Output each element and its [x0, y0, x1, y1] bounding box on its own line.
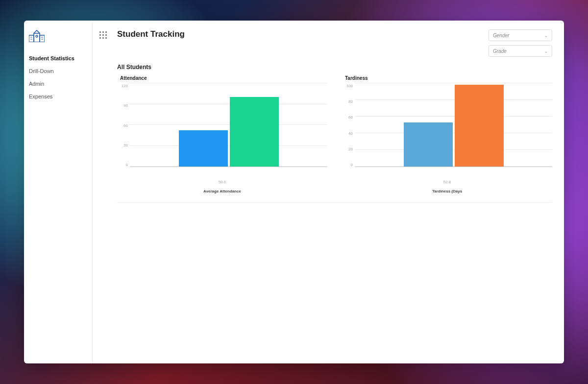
plot-area — [355, 84, 552, 167]
sidebar-item-label: Student Statistics — [29, 55, 74, 61]
sidebar-item-expenses[interactable]: Expenses — [24, 90, 92, 103]
sidebar-item-label: Drill-Down — [29, 68, 54, 74]
x-axis-label: Tardiness (Days — [342, 189, 552, 193]
y-tick: 100 — [342, 84, 353, 88]
chart-title: Attendance — [120, 75, 327, 81]
chart-body: 100 80 60 40 20 0 — [342, 84, 552, 177]
main-area: Student Tracking Gender ⌄ Grade ⌄ All St… — [93, 21, 564, 363]
page-title: Student Tracking — [117, 29, 185, 39]
section-title: All Students — [117, 64, 552, 71]
bars-group — [355, 84, 552, 167]
chart-title: Tardiness — [345, 75, 552, 81]
select-placeholder: Grade — [493, 48, 507, 54]
y-tick: 60 — [117, 123, 128, 128]
y-tick: 80 — [342, 99, 353, 104]
gender-select[interactable]: Gender ⌄ — [489, 29, 552, 41]
svg-point-3 — [36, 35, 38, 37]
svg-rect-2 — [34, 33, 40, 42]
sidebar: Student Statistics Drill-Down Admin Expe… — [24, 21, 93, 363]
chevron-down-icon: ⌄ — [544, 33, 548, 38]
chevron-down-icon: ⌄ — [544, 48, 548, 54]
filters: Gender ⌄ Grade ⌄ — [489, 29, 552, 57]
bar-series-b — [455, 85, 504, 167]
y-tick: 90 — [117, 103, 128, 108]
y-axis: 100 80 60 40 20 0 — [342, 84, 355, 167]
x-tick: 52.8 — [342, 180, 552, 184]
select-placeholder: Gender — [493, 33, 509, 38]
x-tick: 50.6 — [117, 180, 327, 184]
bar-series-a — [404, 122, 453, 167]
chart-attendance: Attendance 120 90 60 30 0 50.6 — [117, 75, 327, 193]
bars-group — [130, 84, 327, 167]
bar-series-a — [179, 130, 228, 167]
y-tick: 20 — [342, 147, 353, 151]
sidebar-item-admin[interactable]: Admin — [24, 77, 92, 90]
y-tick: 30 — [117, 143, 128, 147]
charts-row: Attendance 120 90 60 30 0 50.6 — [117, 75, 552, 203]
x-axis-label: Average Attendance — [117, 189, 327, 193]
y-tick: 120 — [117, 84, 128, 88]
svg-rect-0 — [29, 35, 34, 42]
sidebar-item-label: Admin — [29, 81, 44, 87]
y-tick: 0 — [117, 163, 128, 167]
desktop-background: Student Statistics Drill-Down Admin Expe… — [0, 0, 588, 384]
plot-area — [130, 84, 327, 167]
chart-tardiness: Tardiness 100 80 60 40 20 0 — [342, 75, 552, 193]
sidebar-item-label: Expenses — [29, 94, 52, 99]
sidebar-item-student-statistics[interactable]: Student Statistics — [24, 52, 92, 65]
chart-body: 120 90 60 30 0 — [117, 84, 327, 177]
y-tick: 0 — [342, 163, 353, 167]
gridline — [355, 83, 552, 83]
y-tick: 40 — [342, 131, 353, 136]
y-axis: 120 90 60 30 0 — [117, 84, 130, 167]
content: All Students Attendance 120 90 60 30 0 — [93, 62, 564, 203]
apps-grid-icon[interactable] — [99, 31, 107, 39]
svg-rect-1 — [40, 35, 45, 42]
bar-series-b — [230, 97, 279, 167]
gridline — [130, 83, 327, 83]
app-logo-school-icon — [24, 27, 92, 52]
y-tick: 60 — [342, 115, 353, 120]
app-window: Student Statistics Drill-Down Admin Expe… — [24, 21, 564, 363]
header: Student Tracking Gender ⌄ Grade ⌄ — [93, 21, 564, 62]
grade-select[interactable]: Grade ⌄ — [489, 45, 552, 57]
sidebar-item-drill-down[interactable]: Drill-Down — [24, 65, 92, 77]
